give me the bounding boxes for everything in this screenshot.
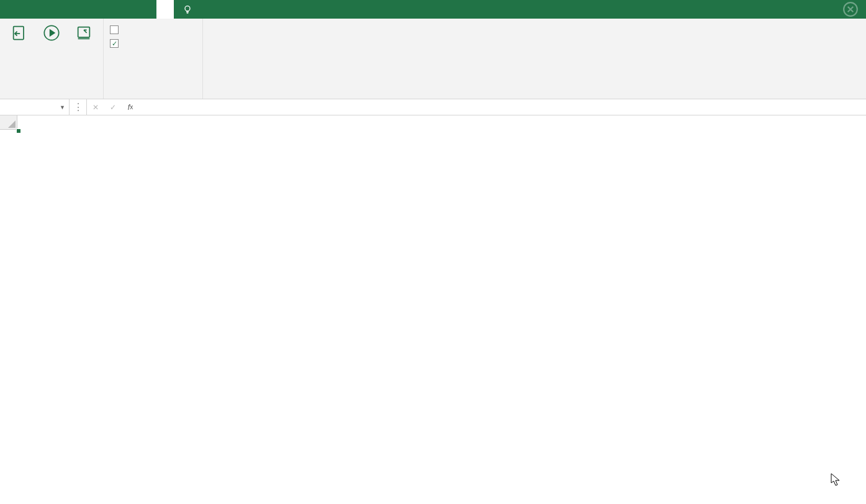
formula-bar: ▼ ⋮ ✕ ✓ fx bbox=[0, 99, 866, 115]
share-icon bbox=[74, 24, 93, 42]
svg-point-0 bbox=[185, 6, 190, 11]
export-pdf-icon bbox=[10, 24, 29, 42]
checkbox-icon bbox=[110, 25, 119, 34]
cells-area[interactable] bbox=[17, 130, 866, 504]
tab-help[interactable] bbox=[139, 0, 156, 19]
checkbox-checked-icon bbox=[110, 39, 119, 48]
tab-home[interactable] bbox=[17, 0, 35, 19]
tab-page-layout[interactable] bbox=[52, 0, 70, 19]
formula-input[interactable] bbox=[139, 99, 866, 115]
keep-doc-props-checkbox[interactable] bbox=[110, 37, 196, 50]
tab-formulas[interactable] bbox=[70, 0, 87, 19]
group-label-settings bbox=[110, 94, 196, 97]
tab-data[interactable] bbox=[87, 0, 104, 19]
tab-pdf-tools[interactable] bbox=[156, 0, 174, 19]
app-logo-icon bbox=[842, 1, 859, 17]
tab-view[interactable] bbox=[122, 0, 139, 19]
cursor-icon bbox=[831, 473, 842, 487]
ribbon-group-settings bbox=[104, 19, 203, 99]
ribbon-group-export-pdf bbox=[0, 19, 104, 99]
row-headers[interactable] bbox=[0, 130, 17, 504]
cancel-formula-button[interactable]: ✕ bbox=[87, 99, 104, 115]
export-and-share-button[interactable] bbox=[71, 24, 97, 94]
export-to-pdf-button[interactable] bbox=[6, 24, 32, 94]
tab-review[interactable] bbox=[104, 0, 122, 19]
play-icon bbox=[42, 24, 61, 42]
active-cell-indicator bbox=[17, 130, 20, 132]
select-all-corner[interactable] bbox=[0, 115, 17, 130]
dropdown-icon[interactable]: ▼ bbox=[60, 104, 65, 110]
confirm-formula-button[interactable]: ✓ bbox=[104, 99, 122, 115]
export-and-play-button[interactable] bbox=[38, 24, 65, 94]
name-box[interactable]: ▼ bbox=[0, 99, 70, 115]
spreadsheet-grid[interactable] bbox=[0, 115, 866, 504]
ribbon-tabs bbox=[0, 0, 866, 19]
group-label-export bbox=[6, 94, 97, 97]
formula-bar-divider: ⋮ bbox=[70, 99, 87, 115]
svg-rect-4 bbox=[78, 27, 90, 37]
fx-button[interactable]: fx bbox=[122, 99, 139, 115]
custom-save-path-checkbox[interactable] bbox=[110, 24, 196, 36]
ribbon bbox=[0, 19, 866, 99]
lightbulb-icon bbox=[183, 4, 192, 14]
tell-me-search[interactable] bbox=[183, 4, 197, 14]
tab-file[interactable] bbox=[0, 0, 17, 19]
tab-insert[interactable] bbox=[35, 0, 52, 19]
